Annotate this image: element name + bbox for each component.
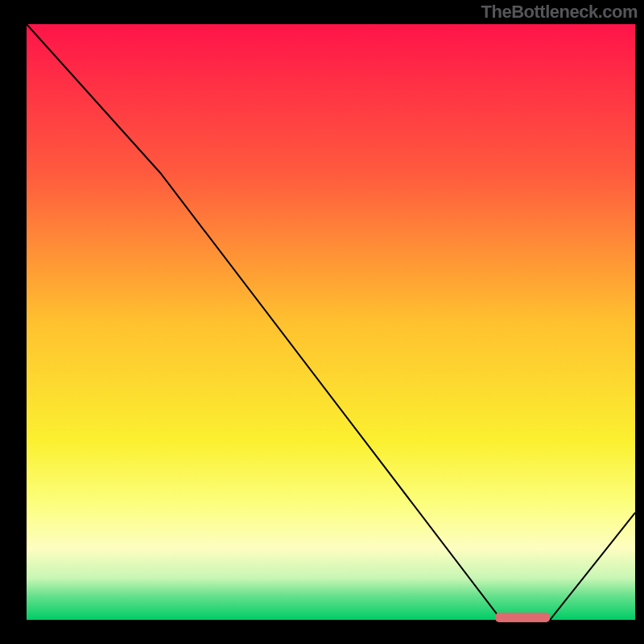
- plot-background: [27, 24, 635, 620]
- chart-container: TheBottleneck.com: [0, 0, 644, 644]
- optimal-marker: [495, 613, 550, 622]
- bottleneck-chart: [0, 0, 644, 644]
